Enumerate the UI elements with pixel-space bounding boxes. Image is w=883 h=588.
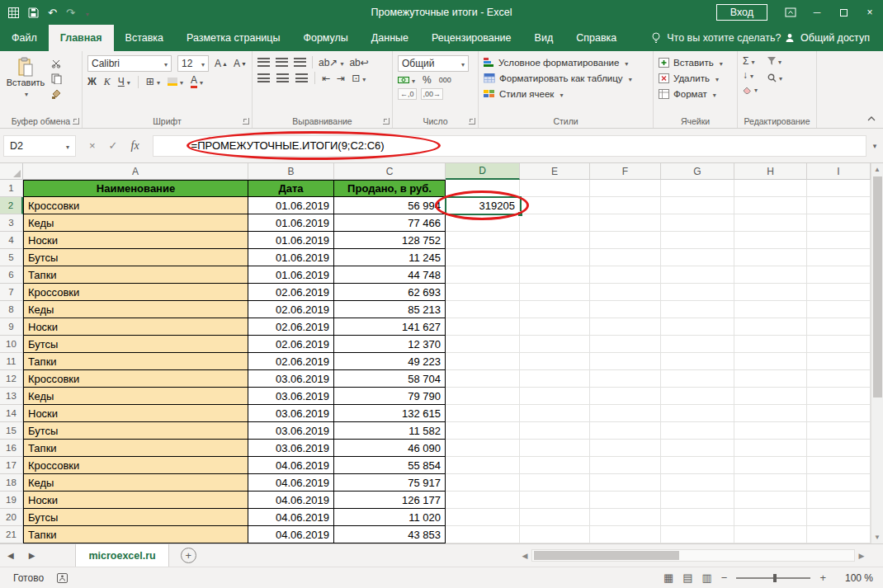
orientation-icon[interactable]: ab↗ [319, 58, 343, 68]
cell-B16[interactable]: 03.06.2019 [248, 440, 334, 457]
cell-I15[interactable] [807, 422, 871, 440]
column-header-E[interactable]: E [520, 163, 590, 180]
cell-A7[interactable]: Кроссовки [23, 284, 248, 301]
scroll-right-icon[interactable]: ▶ [855, 552, 868, 560]
number-dialog-launcher[interactable] [469, 118, 475, 125]
cell-B17[interactable]: 04.06.2019 [248, 457, 334, 474]
cell-I19[interactable] [807, 492, 871, 509]
scroll-down-icon[interactable]: ▼ [874, 531, 881, 543]
cell-G12[interactable] [661, 370, 734, 388]
cell-H7[interactable] [734, 284, 807, 301]
zoom-slider[interactable] [736, 577, 810, 579]
tab-разметка-страницы[interactable]: Разметка страницы [175, 25, 291, 51]
cell-A14[interactable]: Носки [23, 405, 248, 422]
cell-H11[interactable] [734, 353, 807, 370]
cell-G7[interactable] [661, 284, 734, 301]
cell-H16[interactable] [734, 440, 807, 457]
cancel-icon[interactable]: × [89, 139, 96, 152]
cell-C21[interactable]: 43 853 [334, 526, 446, 543]
zoom-level[interactable]: 100 % [835, 572, 873, 584]
cell-A5[interactable]: Бутсы [23, 249, 248, 266]
cell-D16[interactable] [446, 440, 520, 457]
cell-G20[interactable] [661, 509, 734, 526]
font-size-select[interactable]: 12 [177, 55, 209, 72]
row-header-2[interactable]: 2 [0, 197, 23, 214]
ribbon-display-options-icon[interactable] [777, 0, 804, 25]
cell-I5[interactable] [807, 249, 871, 266]
column-header-D[interactable]: D [446, 163, 520, 180]
increase-decimal-icon[interactable]: ←,0 [398, 88, 417, 100]
cell-D6[interactable] [446, 266, 520, 284]
cell-G3[interactable] [661, 214, 734, 232]
increase-font-icon[interactable]: А▲ [215, 59, 228, 68]
close-button[interactable]: × [857, 0, 883, 25]
cell-G6[interactable] [661, 266, 734, 284]
cell-H9[interactable] [734, 318, 807, 336]
autosum-icon[interactable]: Σ [743, 56, 758, 66]
cell-H5[interactable] [734, 249, 807, 266]
cell-E10[interactable] [520, 336, 590, 353]
cell-A21[interactable]: Тапки [23, 526, 248, 543]
name-box[interactable]: D2 [3, 135, 76, 157]
cell-I20[interactable] [807, 509, 871, 526]
cell-B20[interactable]: 04.06.2019 [248, 509, 334, 526]
cell-C20[interactable]: 11 020 [334, 509, 446, 526]
cell-G8[interactable] [661, 301, 734, 318]
cell-E20[interactable] [520, 509, 590, 526]
cell-styles-button[interactable]: Стили ячеек [484, 86, 648, 101]
cell-E3[interactable] [520, 214, 590, 232]
cell-C3[interactable]: 77 466 [334, 214, 446, 232]
format-painter-icon[interactable] [51, 89, 62, 99]
cell-F16[interactable] [590, 440, 661, 457]
cell-D9[interactable] [446, 318, 520, 336]
cell-G21[interactable] [661, 526, 734, 543]
vertical-scroll-thumb[interactable] [873, 176, 882, 397]
alignment-dialog-launcher[interactable] [383, 118, 390, 125]
font-color-icon[interactable]: А [191, 75, 203, 88]
cell-F8[interactable] [590, 301, 661, 318]
cell-C13[interactable]: 79 790 [334, 388, 446, 405]
cell-G15[interactable] [661, 422, 734, 440]
cell-F18[interactable] [590, 474, 661, 492]
tab-справка[interactable]: Справка [564, 25, 628, 51]
cell-G10[interactable] [661, 336, 734, 353]
italic-button[interactable]: К [104, 77, 111, 87]
align-center-icon[interactable] [276, 73, 289, 82]
row-header-7[interactable]: 7 [0, 284, 23, 301]
cell-A4[interactable]: Носки [23, 232, 248, 249]
cell-A9[interactable]: Носки [23, 318, 248, 336]
cell-F1[interactable] [590, 180, 661, 197]
row-header-19[interactable]: 19 [0, 492, 23, 509]
tab-главная[interactable]: Главная [49, 25, 114, 51]
cell-A3[interactable]: Кеды [23, 214, 248, 232]
row-header-16[interactable]: 16 [0, 440, 23, 457]
cell-E4[interactable] [520, 232, 590, 249]
cell-G17[interactable] [661, 457, 734, 474]
redo-icon[interactable]: ↷ [66, 7, 75, 18]
cell-G18[interactable] [661, 474, 734, 492]
cell-H15[interactable] [734, 422, 807, 440]
decrease-decimal-icon[interactable]: ,00→ [421, 88, 444, 100]
find-select-icon[interactable] [767, 73, 782, 82]
row-header-11[interactable]: 11 [0, 353, 23, 370]
cell-C14[interactable]: 132 615 [334, 405, 446, 422]
page-layout-view-icon[interactable]: ▤ [682, 572, 692, 584]
cell-G13[interactable] [661, 388, 734, 405]
align-bottom-icon[interactable] [294, 58, 306, 67]
percent-style-icon[interactable]: % [423, 75, 432, 85]
cell-H14[interactable] [734, 405, 807, 422]
cell-B4[interactable]: 01.06.2019 [248, 232, 334, 249]
horizontal-scroll-thumb[interactable] [534, 551, 679, 560]
cell-E1[interactable] [520, 180, 590, 197]
cell-E11[interactable] [520, 353, 590, 370]
column-header-B[interactable]: B [248, 163, 334, 180]
cell-B1[interactable]: Дата [248, 180, 334, 197]
customize-quick-access-icon[interactable] [84, 7, 89, 18]
cell-D7[interactable] [446, 284, 520, 301]
cell-C17[interactable]: 55 854 [334, 457, 446, 474]
cell-A13[interactable]: Кеды [23, 388, 248, 405]
cell-D1[interactable] [446, 180, 520, 197]
cell-G5[interactable] [661, 249, 734, 266]
cell-I10[interactable] [807, 336, 871, 353]
cell-B6[interactable]: 01.06.2019 [248, 266, 334, 284]
